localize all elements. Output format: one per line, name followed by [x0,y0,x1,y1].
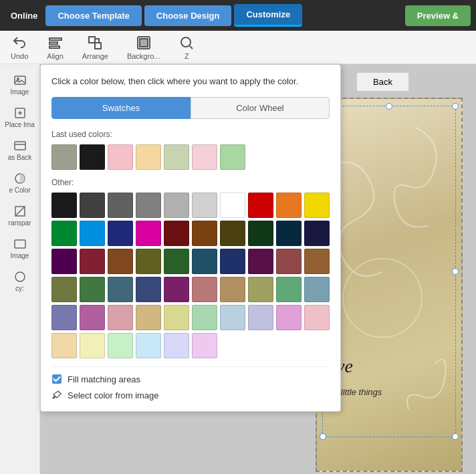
customize-button[interactable]: Customize [234,4,302,27]
other-color-swatch[interactable] [220,305,245,330]
secondary-toolbar: Undo Align Arrange Backgro... Z [0,31,476,64]
last-used-swatch[interactable] [136,144,161,170]
other-color-swatch[interactable] [276,221,302,246]
popup-instruction: Click a color below, then click where yo… [51,76,330,88]
other-color-swatch[interactable] [192,193,217,218]
other-color-swatch[interactable] [108,221,133,246]
sidebar-label-6: Image [11,252,29,259]
other-color-swatch[interactable] [192,249,217,274]
preview-button[interactable]: Preview & [405,5,471,26]
other-color-swatch[interactable] [136,333,161,358]
other-color-swatch[interactable] [136,305,161,330]
sidebar-item-color[interactable]: e Color [0,168,39,198]
other-color-swatch[interactable] [108,193,133,218]
other-color-swatch[interactable] [80,277,105,302]
last-used-swatch[interactable] [220,144,245,170]
other-color-swatch[interactable] [304,277,330,302]
last-used-swatch[interactable] [80,144,105,170]
other-color-swatch[interactable] [248,193,273,218]
other-colors-grid [51,193,330,358]
undo-button[interactable]: Undo [5,32,33,63]
other-color-swatch[interactable] [276,277,302,302]
last-used-swatch[interactable] [51,144,77,170]
other-color-swatch[interactable] [192,277,217,302]
other-color-swatch[interactable] [51,277,77,302]
last-used-swatch[interactable] [108,144,133,170]
svg-rect-2 [49,46,60,48]
other-color-swatch[interactable] [276,193,302,218]
svg-rect-4 [95,43,101,49]
align-button[interactable]: Align [41,32,68,63]
other-color-swatch[interactable] [248,249,273,274]
handle-bl[interactable] [320,433,326,440]
other-color-swatch[interactable] [220,193,245,218]
other-color-swatch[interactable] [304,221,330,246]
tab-colorwheel[interactable]: Color Wheel [191,97,330,119]
other-color-swatch[interactable] [51,193,77,218]
select-color-item[interactable]: Select color from image [51,390,330,400]
other-color-swatch[interactable] [192,221,217,246]
handle-mr[interactable] [452,268,459,275]
other-color-swatch[interactable] [248,221,273,246]
other-color-swatch[interactable] [304,249,330,274]
other-color-swatch[interactable] [164,193,189,218]
other-color-swatch[interactable] [248,277,273,302]
other-color-swatch[interactable] [51,221,77,246]
zoom-label: Z [185,52,189,60]
other-color-swatch[interactable] [220,277,245,302]
other-color-swatch[interactable] [80,221,105,246]
other-color-swatch[interactable] [164,305,189,330]
other-color-swatch[interactable] [164,277,189,302]
brand-label: Online [5,11,43,21]
other-color-swatch[interactable] [51,249,77,274]
zoom-button[interactable]: Z [173,32,200,63]
last-used-swatch[interactable] [164,144,189,170]
other-color-swatch[interactable] [164,221,189,246]
other-color-swatch[interactable] [108,249,133,274]
other-color-swatch[interactable] [248,305,273,330]
svg-rect-3 [89,37,95,43]
other-color-swatch[interactable] [220,221,245,246]
handle-tr[interactable] [452,103,459,110]
last-used-swatch[interactable] [192,144,217,170]
other-color-swatch[interactable] [304,193,330,218]
tab-swatches[interactable]: Swatches [51,97,191,119]
other-color-swatch[interactable] [108,305,133,330]
other-color-swatch[interactable] [108,277,133,302]
other-color-swatch[interactable] [80,305,105,330]
other-color-swatch[interactable] [80,193,105,218]
other-color-swatch[interactable] [220,249,245,274]
other-color-swatch[interactable] [80,249,105,274]
back-button[interactable]: Back [356,72,409,92]
other-color-swatch[interactable] [276,305,302,330]
other-color-swatch[interactable] [304,305,330,330]
other-color-swatch[interactable] [80,333,105,358]
other-color-swatch[interactable] [192,305,217,330]
other-color-swatch[interactable] [192,333,217,358]
choose-design-button[interactable]: Choose Design [144,5,232,26]
background-button[interactable]: Backgro... [122,32,166,63]
choose-template-button[interactable]: Choose Template [45,5,141,26]
other-color-swatch[interactable] [164,333,189,358]
popup-footer: Fill matching areas Select color from im… [51,366,330,400]
other-color-swatch[interactable] [51,305,77,330]
handle-tm[interactable] [386,103,392,110]
svg-point-15 [15,272,25,281]
fill-matching-item[interactable]: Fill matching areas [51,374,330,384]
sidebar-item-img2[interactable]: Image [0,233,39,263]
sidebar-item-place[interactable]: Place Ima [0,102,39,132]
sidebar-item-cy[interactable]: cy: [0,266,39,296]
other-color-swatch[interactable] [136,193,161,218]
sidebar-item-background[interactable]: as Back [0,135,39,165]
other-color-swatch[interactable] [136,277,161,302]
sidebar-item-image[interactable]: Image [0,70,39,100]
other-color-swatch[interactable] [164,249,189,274]
other-color-swatch[interactable] [51,333,77,358]
other-color-swatch[interactable] [136,221,161,246]
handle-br[interactable] [452,433,459,440]
other-color-swatch[interactable] [276,249,302,274]
arrange-button[interactable]: Arrange [77,32,114,63]
other-color-swatch[interactable] [108,333,133,358]
sidebar-item-transparency[interactable]: ranspar [0,201,39,231]
other-color-swatch[interactable] [136,249,161,274]
